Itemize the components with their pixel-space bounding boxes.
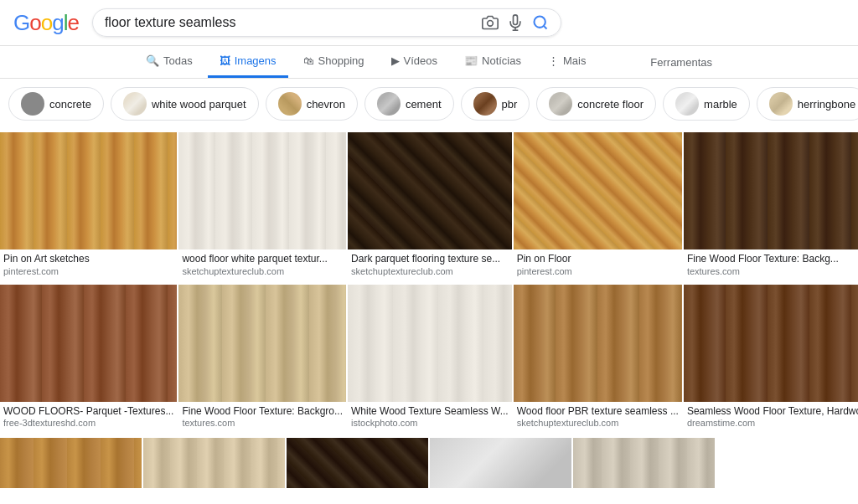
filter-chip-herringbone[interactable]: herringbone: [757, 87, 858, 121]
image-title: Dark parquet flooring texture se...: [351, 253, 509, 266]
voice-search-button[interactable]: [507, 14, 524, 31]
ferramentas-button[interactable]: Ferramentas: [638, 48, 724, 77]
partial-image-item[interactable]: [143, 438, 285, 488]
image-source: pinterest.com: [3, 266, 173, 276]
search-input[interactable]: [105, 15, 473, 30]
image-item[interactable]: White Wood Texture Seamless W... istockp…: [348, 285, 512, 435]
svg-point-3: [534, 17, 545, 28]
image-thumbnail: [514, 285, 682, 402]
image-thumbnail: [514, 132, 682, 249]
logo-o1: o: [29, 10, 40, 36]
chip-thumb-concrete: [21, 92, 44, 116]
image-info: Pin on Floor pinterest.com: [514, 249, 682, 283]
chip-thumb-chevron: [278, 92, 302, 116]
image-source: dreamstime.com: [687, 418, 858, 428]
tab-icon-shopping: 🛍: [303, 54, 314, 67]
google-logo: Google: [13, 10, 79, 36]
chip-thumb-herringbone: [769, 92, 793, 116]
svg-point-0: [488, 21, 494, 27]
image-thumbnail: [0, 285, 177, 402]
filter-chip-cement[interactable]: cement: [364, 87, 454, 121]
image-info: White Wood Texture Seamless W... istockp…: [348, 402, 512, 435]
image-thumbnail: [178, 132, 346, 249]
chip-thumb-marble: [675, 92, 699, 116]
image-grid-row1: Pin on Art sketches pinterest.com wood f…: [0, 129, 858, 438]
tab-mais[interactable]: ⋮Mais: [536, 46, 597, 78]
filter-chip-chevron[interactable]: chevron: [266, 87, 358, 121]
filter-chip-pbr[interactable]: pbr: [461, 87, 530, 121]
image-source: sketchuptextureclub.com: [517, 418, 679, 428]
nav-tabs: 🔍Todas🖼Imagens🛍Shopping▶Vídeos📰Notícias⋮…: [0, 46, 858, 79]
tab-label-imagens: Imagens: [235, 54, 277, 67]
filter-chip-white-wood-parquet[interactable]: white wood parquet: [111, 87, 259, 121]
tab-shopping[interactable]: 🛍Shopping: [292, 46, 376, 78]
tab-label-shopping: Shopping: [318, 54, 364, 67]
image-source: free-3dtextureshd.com: [3, 418, 173, 428]
search-bar: [92, 8, 561, 37]
filter-chip-marble[interactable]: marble: [663, 87, 750, 121]
chip-label-chevron: chevron: [307, 98, 345, 111]
image-item[interactable]: Dark parquet flooring texture se... sket…: [348, 132, 512, 283]
filter-chip-concrete[interactable]: concrete: [8, 87, 104, 121]
image-item[interactable]: Pin on Floor pinterest.com: [514, 132, 682, 283]
image-item[interactable]: WOOD FLOORS- Parquet -Textures... free-3…: [0, 285, 177, 435]
partial-image-item[interactable]: [573, 438, 715, 488]
image-source: sketchuptextureclub.com: [351, 266, 509, 276]
image-thumbnail: [684, 132, 858, 249]
tab-label-todas: Todas: [163, 54, 193, 67]
partial-image-item[interactable]: [430, 438, 571, 488]
chip-thumb-pbr: [473, 92, 497, 116]
image-title: Seamless Wood Floor Texture, Hardwood Fl…: [687, 405, 858, 419]
filter-chip-concrete-floor[interactable]: concrete floor: [536, 87, 656, 121]
partial-image-row: [0, 438, 858, 488]
image-item[interactable]: Fine Wood Floor Texture: Backgro... text…: [178, 285, 346, 435]
filter-chips: concretewhite wood parquetchevroncementp…: [0, 79, 858, 129]
image-source: sketchuptextureclub.com: [182, 266, 343, 276]
chip-label-white-wood-parquet: white wood parquet: [152, 98, 246, 111]
search-button[interactable]: [532, 14, 549, 31]
image-thumbnail: [0, 132, 177, 249]
image-title: Pin on Art sketches: [3, 253, 173, 266]
partial-image-item[interactable]: [287, 438, 428, 488]
image-info: Dark parquet flooring texture se... sket…: [348, 249, 512, 283]
tab-icon-noticias: 📰: [464, 54, 478, 67]
tab-videos[interactable]: ▶Vídeos: [380, 46, 449, 78]
tab-icon-todas: 🔍: [146, 54, 159, 67]
chip-thumb-cement: [377, 92, 401, 116]
image-source: istockphoto.com: [351, 418, 509, 428]
image-item[interactable]: Wood floor PBR texture seamless ... sket…: [514, 285, 682, 435]
image-title: wood floor white parquet textur...: [182, 253, 343, 266]
tab-imagens[interactable]: 🖼Imagens: [208, 46, 288, 78]
image-info: Fine Wood Floor Texture: Backg... textur…: [684, 249, 858, 283]
image-item[interactable]: wood floor white parquet textur... sketc…: [178, 132, 346, 283]
image-source: textures.com: [687, 266, 858, 276]
image-title: WOOD FLOORS- Parquet -Textures...: [3, 405, 173, 419]
image-source: pinterest.com: [517, 266, 679, 276]
image-item[interactable]: Pin on Art sketches pinterest.com: [0, 132, 177, 283]
camera-search-button[interactable]: [482, 14, 499, 31]
image-thumbnail: [348, 285, 512, 402]
tab-icon-videos: ▶: [391, 54, 400, 67]
image-title: Fine Wood Floor Texture: Backg...: [687, 253, 858, 266]
logo-g: G: [13, 10, 29, 36]
tab-label-videos: Vídeos: [404, 54, 437, 67]
image-info: Fine Wood Floor Texture: Backgro... text…: [178, 402, 346, 435]
image-item[interactable]: Seamless Wood Floor Texture, Hardwood Fl…: [684, 285, 858, 435]
chip-label-concrete: concrete: [49, 98, 91, 111]
image-item[interactable]: Fine Wood Floor Texture: Backg... textur…: [684, 132, 858, 283]
tab-todas[interactable]: 🔍Todas: [134, 46, 204, 78]
tab-label-mais: Mais: [563, 54, 586, 67]
header: Google: [0, 0, 858, 46]
partial-image-item[interactable]: [0, 438, 142, 488]
image-thumbnail: [348, 132, 512, 249]
image-title: White Wood Texture Seamless W...: [351, 405, 509, 419]
search-icons: [482, 14, 549, 31]
image-title: Pin on Floor: [517, 253, 679, 266]
image-thumbnail: [178, 285, 346, 402]
svg-line-4: [544, 26, 547, 29]
image-info: Pin on Art sketches pinterest.com: [0, 249, 177, 283]
tab-noticias[interactable]: 📰Notícias: [452, 46, 533, 78]
logo-e: e: [67, 10, 78, 36]
chip-label-concrete-floor: concrete floor: [577, 98, 644, 111]
image-info: WOOD FLOORS- Parquet -Textures... free-3…: [0, 402, 177, 435]
